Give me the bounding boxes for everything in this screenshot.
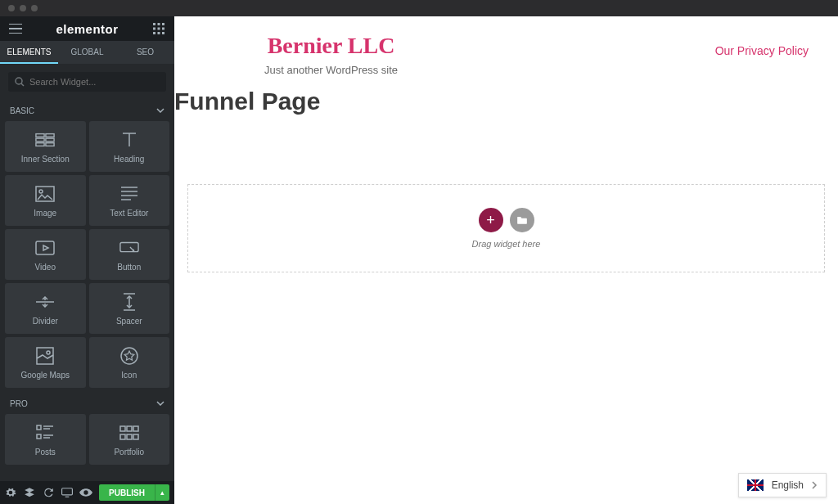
page-title: Funnel Page (174, 88, 838, 115)
add-template-button[interactable] (510, 208, 534, 232)
svg-rect-28 (133, 426, 138, 431)
svg-rect-14 (46, 138, 54, 142)
widget-label: Posts (35, 448, 56, 457)
widget-video[interactable]: Video (5, 229, 86, 280)
tab-global[interactable]: Global (58, 41, 116, 64)
widget-label: Divider (33, 317, 58, 326)
inner-section-icon (35, 130, 55, 150)
sidebar-tabs: Elements Global SEO (0, 41, 174, 64)
button-icon (119, 238, 139, 258)
window-chrome (0, 0, 838, 16)
widget-spacer[interactable]: Spacer (89, 283, 170, 334)
widget-text-editor[interactable]: Text Editor (89, 175, 170, 226)
widget-google-maps[interactable]: Google Maps (5, 337, 86, 388)
video-icon (35, 238, 55, 258)
widget-label: Heading (114, 155, 144, 164)
svg-rect-24 (37, 425, 41, 430)
preview-icon[interactable] (79, 486, 92, 499)
svg-rect-2 (162, 23, 164, 25)
traffic-light-close[interactable] (8, 5, 15, 11)
widget-posts[interactable]: Posts (5, 414, 86, 465)
heading-icon (119, 130, 139, 150)
image-icon (35, 184, 55, 204)
widget-label: Portfolio (114, 448, 144, 457)
navigator-icon[interactable] (24, 486, 36, 499)
widget-label: Spacer (116, 317, 142, 326)
category-label: Basic (10, 106, 34, 115)
widget-portfolio[interactable]: Portfolio (89, 414, 170, 465)
language-label: English (772, 479, 804, 491)
add-section-button[interactable]: + (479, 208, 503, 232)
svg-rect-15 (36, 142, 44, 146)
widget-search[interactable] (8, 72, 166, 92)
svg-rect-6 (153, 32, 155, 34)
svg-point-9 (16, 78, 22, 84)
category-pro[interactable]: Pro (0, 393, 174, 414)
search-icon (15, 77, 25, 87)
svg-rect-11 (36, 133, 44, 137)
svg-rect-5 (162, 28, 164, 30)
menu-icon[interactable] (8, 21, 23, 36)
posts-icon (35, 423, 55, 443)
google-maps-icon (35, 346, 55, 366)
category-basic[interactable]: Basic (0, 100, 174, 121)
publish-options-button[interactable]: ▴ (155, 484, 169, 501)
responsive-icon[interactable] (61, 486, 73, 499)
svg-rect-4 (157, 28, 160, 30)
traffic-light-min[interactable] (20, 5, 26, 11)
plus-icon: + (486, 212, 495, 229)
category-label: Pro (10, 399, 28, 408)
portfolio-icon (119, 423, 139, 443)
svg-rect-16 (46, 142, 54, 146)
site-title[interactable]: Bernier LLC (264, 33, 398, 59)
folder-icon (516, 215, 528, 225)
search-input[interactable] (29, 77, 160, 87)
sidebar-header: elementor (0, 16, 174, 41)
widget-dropzone[interactable]: + Drag widget here (187, 184, 825, 272)
svg-rect-0 (153, 23, 155, 25)
divider-icon (35, 292, 55, 312)
publish-button[interactable]: Publish (99, 484, 155, 501)
svg-rect-3 (153, 28, 155, 30)
svg-rect-27 (127, 426, 132, 431)
text-editor-icon (119, 184, 139, 204)
site-header: Bernier LLC Just another WordPress site … (174, 16, 838, 76)
settings-icon[interactable] (5, 486, 17, 499)
site-tagline: Just another WordPress site (264, 64, 398, 76)
svg-line-10 (21, 83, 24, 86)
svg-rect-20 (120, 242, 138, 251)
history-icon[interactable] (43, 486, 55, 499)
svg-rect-13 (36, 138, 44, 142)
tab-seo[interactable]: SEO (116, 41, 174, 64)
widgets-scroll[interactable]: Basic Inner SectionHeadingImageText Edit… (0, 100, 174, 481)
language-selector[interactable]: English (738, 473, 827, 497)
svg-rect-19 (36, 241, 54, 254)
chevron-down-icon (156, 108, 164, 113)
brand-logo: elementor (56, 22, 118, 36)
svg-point-22 (47, 351, 50, 354)
chevron-right-icon (812, 481, 818, 489)
apps-icon[interactable] (151, 21, 166, 36)
widget-divider[interactable]: Divider (5, 283, 86, 334)
widget-image[interactable]: Image (5, 175, 86, 226)
svg-point-18 (39, 190, 43, 193)
widget-button[interactable]: Button (89, 229, 170, 280)
widget-heading[interactable]: Heading (89, 121, 170, 172)
svg-rect-8 (162, 32, 164, 34)
icon-icon (119, 346, 139, 366)
widget-icon[interactable]: Icon (89, 337, 170, 388)
svg-rect-29 (120, 434, 125, 439)
sidebar-footer: Publish ▴ (0, 481, 174, 504)
tab-elements[interactable]: Elements (0, 41, 58, 64)
widget-inner-section[interactable]: Inner Section (5, 121, 86, 172)
traffic-light-max[interactable] (31, 5, 38, 11)
editor-sidebar: elementor Elements Global SEO Basic Inne… (0, 16, 174, 504)
dropzone-hint: Drag widget here (472, 239, 541, 249)
svg-rect-1 (157, 23, 160, 25)
widget-label: Icon (121, 371, 137, 380)
editor-canvas[interactable]: Bernier LLC Just another WordPress site … (174, 16, 838, 504)
widget-label: Image (34, 209, 56, 218)
nav-link-privacy[interactable]: Our Privacy Policy (715, 44, 809, 57)
widget-label: Text Editor (110, 209, 148, 218)
svg-rect-32 (61, 488, 72, 495)
